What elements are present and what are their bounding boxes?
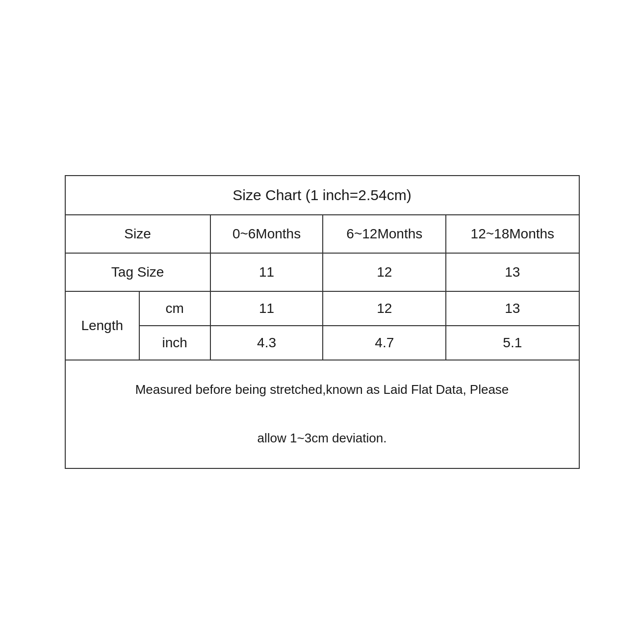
length-cm-row: Length cm 11 12 13: [66, 291, 579, 326]
header-row: Size 0~6Months 6~12Months 12~18Months: [66, 215, 579, 253]
tag-size-row: Tag Size 11 12 13: [66, 253, 579, 291]
tag-size-label: Tag Size: [66, 253, 210, 291]
length-label: Length: [66, 291, 139, 360]
tag-size-col3: 13: [446, 253, 578, 291]
header-size: Size: [66, 215, 210, 253]
footer-text: Measured before being stretched,known as…: [66, 360, 579, 467]
tag-size-col2: 12: [323, 253, 446, 291]
title-row: Size Chart (1 inch=2.54cm): [66, 176, 579, 215]
size-chart-table: Size Chart (1 inch=2.54cm) Size 0~6Month…: [66, 176, 579, 467]
table-title: Size Chart (1 inch=2.54cm): [66, 176, 579, 215]
header-col3: 12~18Months: [446, 215, 578, 253]
length-cm-col3: 13: [446, 291, 578, 326]
size-chart-container: Size Chart (1 inch=2.54cm) Size 0~6Month…: [65, 175, 580, 468]
footer-row: Measured before being stretched,known as…: [66, 360, 579, 467]
page-wrapper: Size Chart (1 inch=2.54cm) Size 0~6Month…: [0, 0, 644, 644]
length-cm-unit: cm: [139, 291, 210, 326]
length-cm-col1: 11: [210, 291, 323, 326]
length-inch-row: inch 4.3 4.7 5.1: [66, 326, 579, 360]
tag-size-col1: 11: [210, 253, 323, 291]
length-cm-col2: 12: [323, 291, 446, 326]
length-inch-col1: 4.3: [210, 326, 323, 360]
length-inch-unit: inch: [139, 326, 210, 360]
header-col2: 6~12Months: [323, 215, 446, 253]
header-col1: 0~6Months: [210, 215, 323, 253]
length-inch-col3: 5.1: [446, 326, 578, 360]
length-inch-col2: 4.7: [323, 326, 446, 360]
